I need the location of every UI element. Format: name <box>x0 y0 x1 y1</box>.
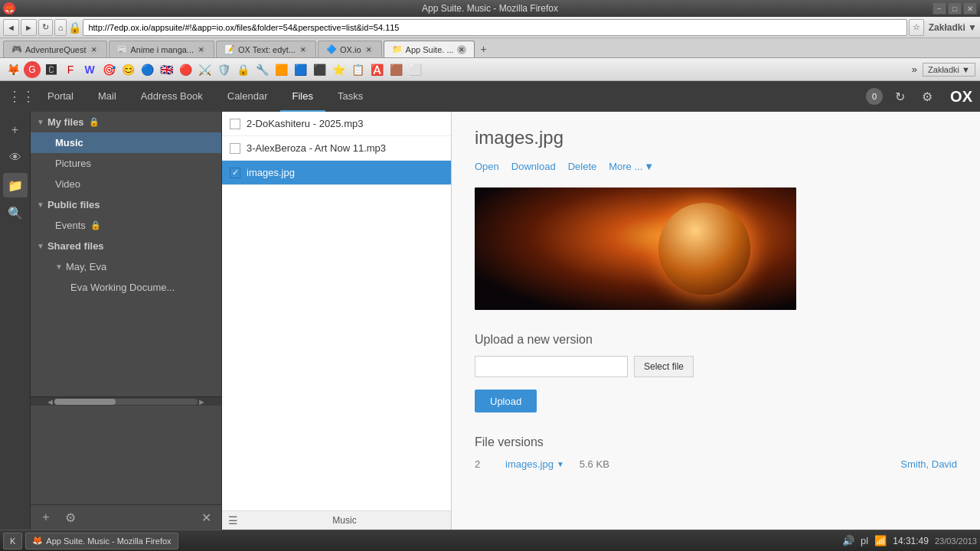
upload-button[interactable]: Upload <box>475 390 537 412</box>
sidebar-events-item[interactable]: Events 🔒 <box>31 215 221 236</box>
new-tab-button[interactable]: + <box>476 41 492 57</box>
sidebar-add-button[interactable]: + <box>3 118 28 142</box>
ext-icon-16[interactable]: ⬛ <box>311 61 328 78</box>
ext-icon-4[interactable]: W <box>81 61 98 78</box>
nav-tasks[interactable]: Tasks <box>325 81 375 112</box>
scroll-thumb[interactable] <box>54 399 116 405</box>
nav-portal[interactable]: Portal <box>35 81 86 112</box>
app-grid-button[interactable]: ⋮⋮ <box>8 81 35 112</box>
settings-button[interactable]: ⚙ <box>916 86 938 107</box>
upload-row: Select file <box>475 356 957 377</box>
select-file-button[interactable]: Select file <box>634 356 694 377</box>
close-window-button[interactable]: ✕ <box>963 2 977 15</box>
notification-badge[interactable]: 0 <box>866 88 883 105</box>
open-action[interactable]: Open <box>475 161 499 172</box>
scroll-left-arrow[interactable]: ◄ <box>46 397 54 406</box>
keyboard-icon[interactable]: pl <box>861 535 868 546</box>
kde-menu-button[interactable]: K <box>3 533 22 549</box>
ext-icon-7[interactable]: 🔵 <box>139 61 155 78</box>
firefox-menu-button[interactable]: 🦊 <box>5 61 21 78</box>
ext-icon-2[interactable]: 🅲 <box>43 61 60 78</box>
sidebar-music-item[interactable]: Music <box>31 132 221 153</box>
address-input[interactable] <box>83 19 906 36</box>
tab-anime[interactable]: 📰 Anime i manga... ✕ <box>109 41 215 57</box>
tab-oxtext[interactable]: 📝 OX Text: edyt... ✕ <box>216 41 316 57</box>
version-filename-link[interactable]: images.jpg ▼ <box>505 458 564 470</box>
file-checkbox-3[interactable]: ✓ <box>230 168 240 178</box>
sidebar-section-sharedfiles[interactable]: ▼ Shared files <box>31 236 221 256</box>
delete-action[interactable]: Delete <box>568 161 597 172</box>
ext-icon-10[interactable]: ⚔️ <box>196 61 213 78</box>
ext-icon-13[interactable]: 🔧 <box>253 61 270 78</box>
file-item-1[interactable]: 2-DoKashiteru - 2025.mp3 <box>222 112 451 136</box>
file-item-3[interactable]: ✓ images.jpg <box>222 161 451 185</box>
bookmark-button[interactable]: ☆ <box>909 19 924 36</box>
back-button[interactable]: ◄ <box>3 19 19 36</box>
file-checkbox-1[interactable] <box>230 119 240 129</box>
tab-appsuite[interactable]: 📁 App Suite. ... ✕ <box>384 41 475 57</box>
tab-close-oxio[interactable]: ✕ <box>364 45 374 54</box>
version-author-link[interactable]: Smith, David <box>900 458 957 470</box>
ext-icon-19[interactable]: 🅰️ <box>368 61 385 78</box>
network-icon[interactable]: 📶 <box>874 535 887 546</box>
lock-icon[interactable]: 🔒 <box>68 21 81 34</box>
ext-icon-3[interactable]: F <box>62 61 79 78</box>
ext-icon-11[interactable]: 🛡️ <box>215 61 232 78</box>
reload-button[interactable]: ↻ <box>38 19 53 36</box>
nav-calendar[interactable]: Calendar <box>215 81 280 112</box>
upload-file-input[interactable] <box>475 356 628 377</box>
sidebar-section-publicfiles[interactable]: ▼ Public files <box>31 194 221 215</box>
tab-close-adventurequest[interactable]: ✕ <box>90 45 99 54</box>
ext-icon-6[interactable]: 😊 <box>119 61 136 78</box>
tab-close-appsuite[interactable]: ✕ <box>457 45 466 54</box>
download-action[interactable]: Download <box>511 161 556 172</box>
volume-icon[interactable]: 🔊 <box>842 535 854 546</box>
ext-icon-9[interactable]: 🔴 <box>177 61 194 78</box>
nav-mail[interactable]: Mail <box>86 81 129 112</box>
ext-icon-1[interactable]: G <box>24 61 41 78</box>
minimize-button[interactable]: − <box>933 2 946 15</box>
file-list-bottom-bar: ☰ Music <box>222 510 451 530</box>
taskbar-firefox-button[interactable]: 🦊 App Suite. Music - Mozilla Firefox <box>25 533 178 549</box>
forward-button[interactable]: ► <box>21 19 37 36</box>
tab-close-anime[interactable]: ✕ <box>197 45 206 54</box>
scroll-right-arrow[interactable]: ► <box>198 397 206 406</box>
file-name-1: 2-DoKashiteru - 2025.mp3 <box>247 118 363 129</box>
ext-icon-8[interactable]: 🇬🇧 <box>158 61 175 78</box>
file-checkbox-2[interactable] <box>230 143 240 154</box>
tab-close-oxtext[interactable]: ✕ <box>299 45 308 54</box>
more-action[interactable]: More ... ▼ <box>609 161 654 172</box>
refresh-button[interactable]: ↻ <box>889 86 910 107</box>
sidebar-search-button[interactable]: 🔍 <box>3 201 28 225</box>
ext-icon-5[interactable]: 🎯 <box>100 61 117 78</box>
list-view-button[interactable]: ☰ <box>228 514 238 527</box>
sidebar-mayeva-item[interactable]: ▼ May, Eva <box>31 256 221 277</box>
sidebar-settings-button[interactable]: ⚙ <box>61 508 80 527</box>
sidebar-add-folder-button[interactable]: + <box>37 508 55 527</box>
ext-icon-14[interactable]: 🟧 <box>273 61 289 78</box>
sidebar-folder-button[interactable]: 📁 <box>3 173 28 197</box>
sidebar-evaworking-item[interactable]: Eva Working Docume... <box>31 277 221 298</box>
ext-icon-12[interactable]: 🔒 <box>234 61 251 78</box>
maximize-button[interactable]: □ <box>948 2 962 15</box>
zakładki-right[interactable]: Zakładki ▼ <box>923 63 975 77</box>
ext-overflow[interactable]: » <box>912 64 917 75</box>
home-button[interactable]: ⌂ <box>54 19 67 36</box>
sidebar-section-myfiles[interactable]: ▼ My files 🔒 <box>31 112 221 132</box>
scroll-track[interactable] <box>54 399 198 405</box>
tab-adventurequest[interactable]: 🎮 AdventureQuest ✕ <box>3 41 107 57</box>
sidebar-pictures-item[interactable]: Pictures <box>31 153 221 174</box>
sidebar-close-button[interactable]: ✕ <box>197 508 215 527</box>
ext-icon-21[interactable]: ⬜ <box>407 61 423 78</box>
sidebar-video-item[interactable]: Video <box>31 174 221 194</box>
ext-icon-17[interactable]: ⭐ <box>330 61 347 78</box>
ext-icon-18[interactable]: 📋 <box>349 61 366 78</box>
sidebar-view-button[interactable]: 👁 <box>3 145 28 170</box>
file-item-2[interactable]: 3-AlexBeroza - Art Now 11.mp3 <box>222 136 451 161</box>
tab-oxio[interactable]: 🔷 OX.io ✕ <box>318 41 382 57</box>
nav-addressbook[interactable]: Address Book <box>129 81 215 112</box>
nav-files[interactable]: Files <box>280 81 325 112</box>
ext-icon-20[interactable]: 🟫 <box>387 61 404 78</box>
horizontal-scrollbar[interactable]: ◄ ► <box>31 396 221 406</box>
ext-icon-15[interactable]: 🟦 <box>292 61 309 78</box>
